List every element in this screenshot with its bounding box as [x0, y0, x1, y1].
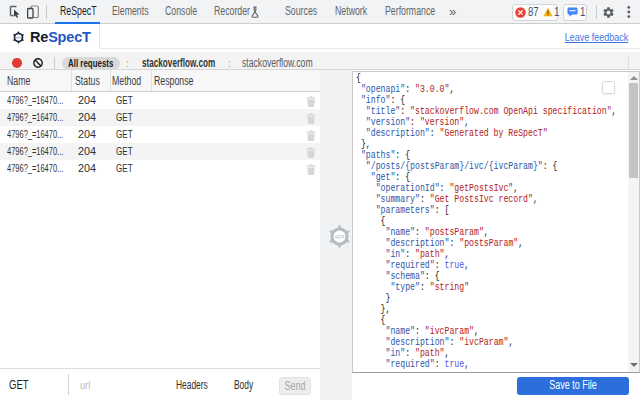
svg-text:</>: </>: [335, 233, 345, 240]
svg-text:</>: </>: [16, 36, 21, 40]
